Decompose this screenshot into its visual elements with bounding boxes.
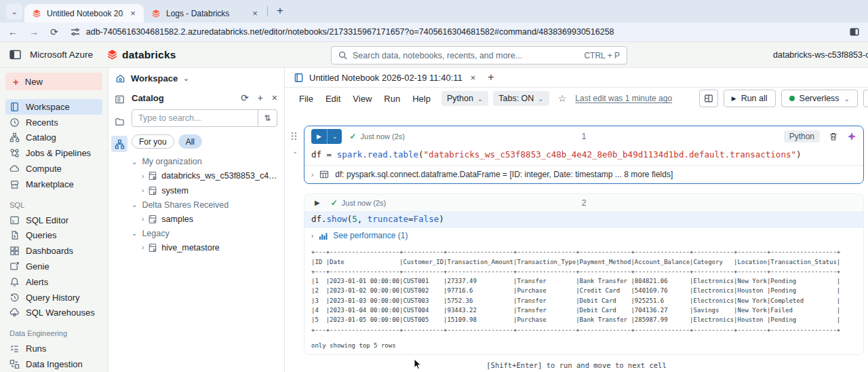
sidebar-item-data-ingestion[interactable]: Data Ingestion <box>5 356 102 372</box>
add-icon[interactable]: + <box>258 92 263 103</box>
run-cell-button[interactable]: ▶ ⌄ <box>311 129 342 144</box>
close-icon[interactable]: × <box>250 8 260 19</box>
databricks-brand[interactable]: databricks <box>106 49 176 61</box>
play-icon: ▶ <box>732 95 736 102</box>
global-search[interactable]: CTRL + P <box>331 46 627 64</box>
tab-title: Untitled Notebook 2026-02-19 <box>47 9 123 18</box>
sidebar-item-label: Catalog <box>26 132 56 143</box>
cell-drag-handle-icon[interactable] <box>291 132 297 141</box>
notebook-tab[interactable]: Untitled Notebook 2026-02-19 11:40:11 × <box>294 73 475 83</box>
chevron-right-icon: › <box>142 215 144 223</box>
cell-result-row[interactable]: › df: pyspark.sql.connect.dataframe.Data… <box>304 165 863 183</box>
sidebar-item-jobs-pipelines[interactable]: Jobs & Pipelines <box>5 145 102 161</box>
tabs-toggle[interactable]: Tabs: ON ⌄ <box>493 91 549 106</box>
menu-run[interactable]: Run <box>378 94 406 104</box>
filter-pill-for-you[interactable]: For you <box>132 134 174 149</box>
browser-tab-logs[interactable]: Logs - Databricks × <box>144 4 266 22</box>
rail-folder-button[interactable] <box>111 113 127 130</box>
url-text[interactable]: adb-7405616304681582.2.azuredatabricks.n… <box>86 27 614 37</box>
chevron-right-icon[interactable]: › <box>311 171 313 179</box>
sidebar-item-compute[interactable]: Compute <box>5 161 102 176</box>
sidebar-item-catalog[interactable]: Catalog <box>5 130 102 146</box>
clipped-toolbar-button[interactable] <box>863 90 868 107</box>
filter-pill-all[interactable]: All <box>178 134 202 149</box>
sidebar-item-queries[interactable]: Queries <box>5 228 102 244</box>
see-performance-row[interactable]: › See performance (1) <box>304 228 863 242</box>
see-performance-link[interactable]: See performance (1) <box>333 231 408 240</box>
menu-view[interactable]: View <box>347 94 378 104</box>
sidebar-item-dashboards[interactable]: Dashboards <box>5 243 102 259</box>
tree-item-samples[interactable]: › samples <box>132 212 277 227</box>
sidebar-item-query-history[interactable]: Query History <box>5 290 102 305</box>
workspace-name[interactable]: databricks-ws-c53f8853-c48b-4e42-8e0b-b4… <box>773 50 868 60</box>
run-all-button[interactable]: ▶ Run all <box>724 90 776 107</box>
assistant-sparkle-icon[interactable] <box>847 132 856 141</box>
notebook-cell-2[interactable]: 2 ▶ ✓ Just now (2s) df.show(5, truncate=… <box>304 193 864 355</box>
code-token: ) <box>796 149 802 160</box>
new-button[interactable]: + New <box>5 73 102 90</box>
cell-language-badge[interactable]: Python <box>784 130 820 143</box>
layout-grid-button[interactable] <box>699 90 718 107</box>
new-notebook-tab-button[interactable]: + <box>488 71 494 83</box>
catalog-search[interactable]: ⇅ <box>132 109 277 127</box>
tree-group-legacy[interactable]: ⌄ Legacy <box>132 227 277 241</box>
notebook-area: Untitled Notebook 2026-02-19 11:40:11 × … <box>285 68 868 372</box>
tree-group-delta-shares[interactable]: ⌄ Delta Shares Received <box>132 198 277 212</box>
side-panel-icon[interactable] <box>849 26 860 37</box>
menu-file[interactable]: File <box>293 94 319 104</box>
forward-icon[interactable]: → <box>29 26 39 37</box>
sidebar-toggle-icon[interactable] <box>9 50 21 60</box>
cell-code[interactable]: df.show(5, truncate=False) <box>304 211 863 228</box>
menu-help[interactable]: Help <box>406 94 437 104</box>
tab-search-button[interactable]: ⌄ <box>6 3 22 20</box>
tree-item-system[interactable]: › system <box>132 183 277 198</box>
sidebar-item-sql-editor[interactable]: SQL Editor <box>5 212 102 228</box>
sidebar-item-marketplace[interactable]: Marketplace <box>5 176 102 192</box>
global-search-input[interactable] <box>353 51 578 60</box>
run-cell-button[interactable]: ▶ <box>311 199 323 206</box>
tree-item-hive-metastore[interactable]: › hive_metastore <box>132 240 277 255</box>
chevron-down-icon[interactable]: ⌄ <box>328 133 342 140</box>
back-icon[interactable]: ← <box>8 26 18 37</box>
refresh-icon[interactable]: ⟳ <box>241 92 249 103</box>
filter-icon[interactable]: ⇅ <box>258 110 277 126</box>
browser-tab-notebook[interactable]: Untitled Notebook 2026-02-19 × <box>24 4 144 22</box>
chevron-right-icon[interactable]: › <box>311 232 313 240</box>
refresh-icon[interactable]: ⟳ <box>50 26 58 37</box>
sidebar-item-genie[interactable]: Genie <box>5 259 102 274</box>
sidebar-item-recents[interactable]: Recents <box>5 115 102 130</box>
code-token: ) <box>439 214 444 224</box>
close-icon[interactable]: × <box>272 92 277 103</box>
notebook-cell-1[interactable]: 1 ▶ ⌄ ✓ Just now (2s) Python <box>304 126 864 184</box>
chevron-down-icon: ⌄ <box>477 95 483 103</box>
sidebar-item-alerts[interactable]: Alerts <box>5 274 102 290</box>
tree-item-workspace-catalog[interactable]: › databricks_ws_c53f8853_c48b_4e42... <box>132 169 277 184</box>
rail-notebook-list-button[interactable] <box>111 91 127 107</box>
cell-collapse-icon[interactable]: ⌄ <box>292 147 298 155</box>
new-tab-button[interactable]: + <box>271 2 289 20</box>
last-edit-link[interactable]: Last edit was 1 minute ago <box>575 94 672 103</box>
close-icon[interactable]: × <box>471 73 476 83</box>
compute-selector[interactable]: Serverless ⌄ <box>781 90 858 107</box>
output-line: +---+-------------------+-----------+---… <box>311 267 863 276</box>
catalog-db-icon <box>148 186 157 196</box>
cell-code[interactable]: df = spark.read.table("databricks_ws_c53… <box>304 147 863 165</box>
cell-status: ✓ Just now (2s) <box>349 132 404 141</box>
chevron-down-icon: ⌄ <box>132 158 137 166</box>
site-settings-icon[interactable] <box>70 26 81 37</box>
language-selector[interactable]: Python ⌄ <box>441 91 488 106</box>
tree-group-label: My organization <box>142 157 201 166</box>
catalog-search-input[interactable] <box>132 113 258 123</box>
close-icon[interactable]: × <box>127 8 138 19</box>
trash-icon[interactable] <box>829 132 838 141</box>
sidebar-item-sql-warehouses[interactable]: SQL Warehouses <box>5 305 102 321</box>
azure-label[interactable]: Microsoft Azure <box>30 50 93 60</box>
sidebar-item-workspace[interactable]: Workspace <box>5 99 102 115</box>
menu-edit[interactable]: Edit <box>319 94 347 104</box>
rail-catalog-button[interactable] <box>111 136 127 152</box>
workspace-panel-header[interactable]: Workspace ⌄ <box>108 68 284 88</box>
code-token: spark.read.table <box>337 149 418 160</box>
favorite-star-icon[interactable]: ☆ <box>558 93 567 104</box>
tree-group-my-organization[interactable]: ⌄ My organization <box>132 155 277 169</box>
sidebar-item-runs[interactable]: Runs <box>5 341 102 356</box>
